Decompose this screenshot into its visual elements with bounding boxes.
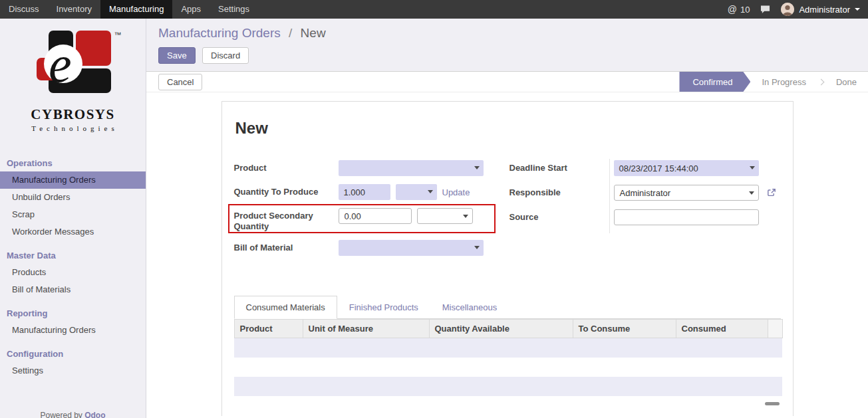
sidebar-item-bill-of-materials[interactable]: Bill of Materials [0,281,146,298]
messages-icon[interactable] [760,5,770,14]
at-icon: @ [728,5,737,14]
svg-text:e: e [49,35,72,93]
table-header-row: Product Unit of Measure Quantity Availab… [234,320,782,338]
cybrosys-logo-icon: e ™ [33,29,114,101]
status-in-progress[interactable]: In Progress [750,72,817,92]
odoo-link[interactable]: Odoo [84,411,105,418]
breadcrumb: Manufacturing Orders / New [158,26,868,41]
record-title: New [235,119,781,138]
brand-name: CYBROSYS [0,106,146,123]
status-steps: Confirmed In Progress Done [679,72,868,92]
right-field-group: Deadline Start 08/23/2017 15:44:00 Respo… [509,160,781,264]
field-groups: Product Quantity To Produce [234,160,781,264]
status-done[interactable]: Done [825,72,868,92]
table-row [234,377,782,396]
breadcrumb-separator: / [289,26,292,40]
menu-manufacturing[interactable]: Manufacturing [100,0,172,19]
col-product[interactable]: Product [234,320,303,338]
save-button[interactable]: Save [158,47,196,64]
table-row [234,396,782,415]
form-view: New Product [146,92,868,418]
trademark-symbol: ™ [114,31,122,39]
responsible-label: Responsible [509,185,614,201]
product-select[interactable] [339,160,484,176]
bill-of-material-label: Bill of Material [234,240,339,256]
chevron-down-icon [855,8,860,11]
main-content: Manufacturing Orders / New Save Discard … [146,19,868,418]
deadline-start-label: Deadline Start [509,160,614,176]
source-input[interactable] [614,209,759,225]
tab-miscellaneous[interactable]: Miscellaneous [430,296,509,319]
chevron-down-icon [750,166,755,169]
external-link-icon[interactable] [767,188,776,197]
col-consumed[interactable]: Consumed [676,320,768,338]
control-buttons: Save Discard [158,47,868,64]
col-unit-of-measure[interactable]: Unit of Measure [303,320,429,338]
menu-inventory[interactable]: Inventory [48,0,100,19]
discard-button[interactable]: Discard [202,47,249,64]
chevron-down-icon [474,166,480,169]
sidebar-item-reporting-manufacturing-orders[interactable]: Manufacturing Orders [0,322,146,339]
control-panel: Manufacturing Orders / New Save Discard [146,19,868,71]
breadcrumb-current: New [301,26,326,40]
table-row [234,338,782,358]
chevron-down-icon [428,190,433,193]
secondary-uom-select[interactable] [417,208,473,224]
horizontal-scrollbar-thumb[interactable] [765,402,780,405]
company-logo: e ™ CYBROSYS Technologies [0,19,146,132]
col-quantity-available[interactable]: Quantity Available [429,320,573,338]
uom-select[interactable] [396,184,437,200]
quantity-input[interactable] [339,184,390,200]
col-extra [768,320,782,338]
sidebar-nav: Operations Manufacturing Orders Unbuild … [0,154,146,379]
menu-apps[interactable]: Apps [172,0,210,19]
sidebar-item-workorder-messages[interactable]: Workorder Messages [0,223,146,241]
tab-consumed-materials[interactable]: Consumed Materials [234,296,337,319]
chevron-down-icon [463,215,468,218]
sidebar-item-scrap[interactable]: Scrap [0,206,146,223]
tab-finished-products[interactable]: Finished Products [337,296,430,319]
sidebar-section-configuration: Configuration [0,344,146,362]
menu-discuss[interactable]: Discuss [0,0,48,19]
app-menus: Discuss Inventory Manufacturing Apps Set… [0,0,258,19]
user-menu[interactable]: Administrator [781,3,860,16]
systray: @ 10 Administrator [728,0,868,19]
sidebar-section-operations: Operations [0,154,146,171]
menu-settings[interactable]: Settings [210,0,258,19]
activities-menu[interactable]: @ 10 [728,5,750,15]
status-confirmed[interactable]: Confirmed [679,72,750,92]
sidebar-item-products[interactable]: Products [0,264,146,281]
brand-subtitle: Technologies [4,124,146,132]
secondary-quantity-input[interactable] [339,208,412,224]
group-divider [609,159,610,233]
user-name: Administrator [799,5,850,15]
sidebar-item-settings[interactable]: Settings [0,362,146,379]
source-label: Source [509,209,614,225]
form-statusbar: Cancel Confirmed In Progress Done [146,71,868,92]
sidebar-item-unbuild-orders[interactable]: Unbuild Orders [0,189,146,206]
sidebar: e ™ CYBROSYS Technologies Operations Man… [0,19,146,418]
powered-by: Powered by Odoo [0,411,146,418]
product-secondary-quantity-label: Product Secondary Quantity [234,208,339,235]
deadline-start-select[interactable]: 08/23/2017 15:44:00 [614,160,759,176]
sidebar-item-manufacturing-orders[interactable]: Manufacturing Orders [0,171,146,189]
top-menubar: Discuss Inventory Manufacturing Apps Set… [0,0,868,19]
quantity-to-produce-label: Quantity To Produce [234,184,339,200]
col-to-consume[interactable]: To Consume [573,320,676,338]
powered-by-text: Powered by [40,411,82,418]
update-link[interactable]: Update [442,187,470,197]
product-label: Product [234,160,339,176]
bill-of-material-select[interactable] [339,240,484,256]
avatar [781,3,794,16]
chevron-down-icon [474,246,480,249]
responsible-select[interactable]: Administrator [614,185,759,201]
cancel-button[interactable]: Cancel [158,74,202,90]
consumed-materials-table: Product Unit of Measure Quantity Availab… [234,319,783,415]
chevron-right-icon [817,78,824,85]
breadcrumb-link-manufacturing-orders[interactable]: Manufacturing Orders [158,26,281,40]
chevron-down-icon [749,191,754,195]
sidebar-section-reporting: Reporting [0,304,146,322]
left-field-group: Product Quantity To Produce [234,160,509,264]
sidebar-section-master-data: Master Data [0,246,146,264]
form-sheet: New Product [221,101,794,416]
